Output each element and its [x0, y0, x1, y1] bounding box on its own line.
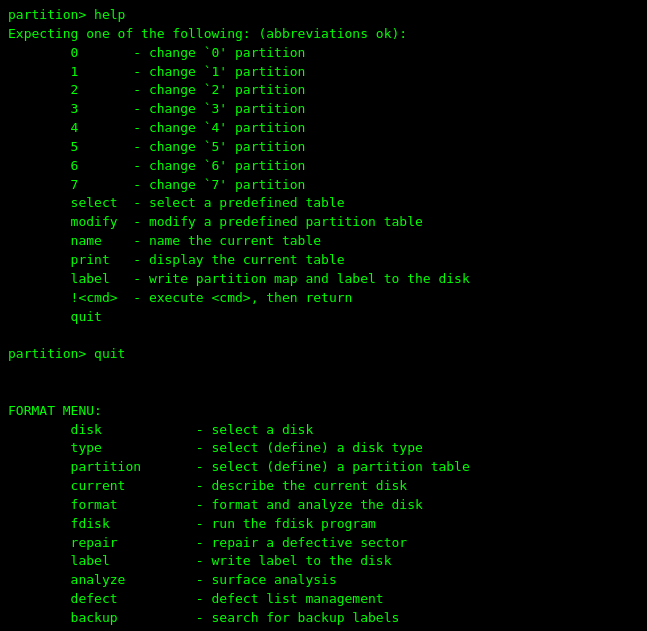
terminal-output: partition> help Expecting one of the fol…: [8, 6, 639, 631]
